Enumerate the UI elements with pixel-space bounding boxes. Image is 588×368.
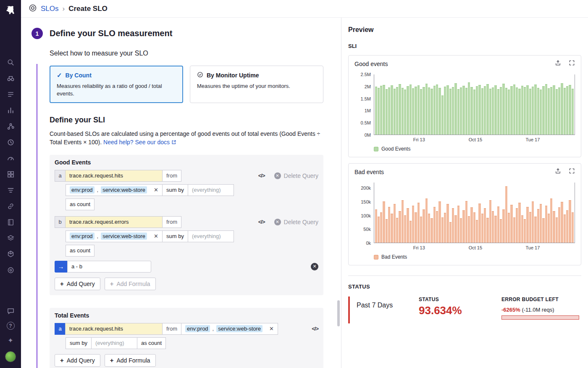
chart-bar	[521, 86, 523, 135]
chart-bar	[391, 85, 393, 135]
chart-bar	[524, 219, 526, 243]
filter-tag-env[interactable]: env:prod	[185, 325, 210, 332]
delete-circle-x-icon: ✕	[274, 219, 281, 225]
breadcrumb-chevron-icon: ›	[63, 5, 65, 13]
by-monitor-uptime-card[interactable]: By Monitor Uptime Measures the uptime of…	[190, 66, 323, 103]
pipelines-icon[interactable]	[7, 186, 15, 194]
chat-icon[interactable]	[7, 307, 15, 315]
chart-bar	[508, 213, 510, 243]
watchdog-icon[interactable]	[7, 74, 15, 82]
export-icon[interactable]	[555, 60, 561, 68]
fullscreen-icon[interactable]	[569, 60, 575, 68]
as-count-box[interactable]: as count	[137, 337, 166, 349]
chart-bar	[438, 201, 441, 243]
metric-input[interactable]: trace.rack.request.errors	[65, 216, 163, 228]
group-by-input[interactable]: (everything)	[188, 184, 234, 196]
error-budget-label: ERROR BUDGET LEFT	[501, 297, 579, 302]
add-query-button[interactable]: + Add Query	[55, 278, 100, 290]
chart-bar	[526, 207, 528, 243]
filter-box[interactable]: env:prod , service:web-store ✕	[66, 230, 163, 242]
formula-arrow-icon[interactable]: →	[55, 261, 67, 273]
sparkle-icon[interactable]: ✦	[8, 336, 13, 344]
filter-tag-service[interactable]: service:web-store	[216, 325, 262, 332]
from-label: from	[162, 216, 181, 228]
chart-bar	[566, 86, 568, 135]
filter-tag-env[interactable]: env:prod	[70, 186, 94, 193]
chart-bar	[468, 82, 470, 135]
logs-icon[interactable]	[7, 90, 15, 98]
status-summary-row: Past 7 Days STATUS 93.634% ERROR BUDGET …	[348, 297, 581, 323]
metric-input[interactable]: trace.rack.request.hits	[65, 170, 163, 182]
security-cube-icon[interactable]	[7, 250, 15, 258]
delete-query-button[interactable]: ✕ Delete Query	[274, 219, 318, 225]
help-icon[interactable]: ?	[7, 322, 15, 330]
legend-label: Bad Events	[381, 254, 407, 260]
scrollbar-thumb[interactable]	[337, 300, 340, 326]
datadog-logo-icon[interactable]	[5, 5, 16, 18]
filter-comma: ,	[97, 187, 99, 193]
as-count-box[interactable]: as count	[66, 245, 94, 257]
add-formula-button[interactable]: + Add Formula	[105, 354, 156, 367]
filter-box[interactable]: env:prod , service:web-store ✕	[181, 323, 278, 335]
containers-icon[interactable]	[7, 234, 15, 242]
chart-bar	[561, 83, 563, 135]
rum-gauge-icon[interactable]	[7, 154, 15, 162]
by-count-card[interactable]: ✓ By Count Measures reliability as a rat…	[50, 66, 183, 103]
sli-description-text: Count-based SLOs are calculated using a …	[50, 130, 320, 146]
chart-bar	[396, 218, 398, 243]
chart-bar	[436, 211, 438, 243]
chart-bar	[423, 209, 425, 243]
add-formula-label: Add Formula	[116, 357, 150, 364]
delete-query-button[interactable]: ✕ Delete Query	[274, 172, 318, 179]
chart-bar	[548, 214, 550, 243]
ci-target-icon[interactable]	[7, 266, 15, 274]
notebooks-icon[interactable]	[7, 218, 15, 226]
clear-filters-icon[interactable]: ✕	[154, 233, 158, 239]
metrics-icon[interactable]	[7, 106, 15, 114]
export-icon[interactable]	[555, 168, 561, 176]
filter-tag-service[interactable]: service:web-store	[101, 186, 147, 193]
clear-filters-icon[interactable]: ✕	[269, 326, 274, 332]
chart-bar	[508, 90, 510, 135]
user-avatar[interactable]	[5, 351, 16, 362]
chart-bar	[417, 85, 420, 135]
metric-input[interactable]: trace.rack.request.hits	[65, 323, 163, 335]
group-by-input[interactable]: (everything)	[188, 230, 234, 242]
code-editor-icon[interactable]: </>	[258, 172, 265, 179]
external-link-icon[interactable]	[171, 139, 176, 146]
good-query-b-filters: env:prod , service:web-store ✕ sum by (e…	[66, 230, 318, 242]
filter-box[interactable]: env:prod , service:web-store ✕	[66, 184, 163, 196]
main-area: SLOs › Create SLO 1 Define your SLO meas…	[21, 0, 588, 368]
chart-bar	[572, 89, 574, 135]
docs-link[interactable]: Need help? See our docs	[103, 139, 170, 146]
breadcrumb-slos-link[interactable]: SLOs	[41, 5, 59, 13]
as-count-box[interactable]: as count	[66, 199, 94, 210]
query-letter-a[interactable]: a	[55, 170, 66, 182]
filter-tag-service[interactable]: service:web-store	[101, 233, 147, 240]
formula-input[interactable]: a - b	[67, 261, 151, 273]
query-letter-a-active[interactable]: a	[55, 323, 66, 335]
search-icon[interactable]	[7, 58, 15, 66]
step-1-header: 1 Define your SLO measurement	[21, 28, 341, 39]
integrations-icon[interactable]	[7, 170, 15, 178]
group-by-input[interactable]: (everything)	[91, 337, 137, 349]
code-editor-icon[interactable]: </>	[258, 219, 265, 225]
chart-bar	[386, 219, 388, 243]
delete-formula-icon[interactable]: ✕	[311, 263, 318, 270]
service-link-icon[interactable]	[7, 202, 15, 210]
chart-bar	[476, 220, 478, 243]
y-axis: 2.5M2M1.5M1M0.5M0M	[354, 74, 374, 135]
check-icon: ✓	[57, 71, 62, 79]
add-query-button[interactable]: + Add Query	[55, 354, 100, 367]
add-formula-button[interactable]: + Add Formula	[105, 278, 156, 290]
chart-bar	[388, 87, 390, 135]
code-editor-icon[interactable]: </>	[312, 326, 318, 332]
chart-bar	[457, 89, 459, 135]
clear-filters-icon[interactable]: ✕	[154, 187, 158, 193]
chart-bar	[462, 86, 465, 135]
filter-tag-env[interactable]: env:prod	[70, 233, 94, 240]
fullscreen-icon[interactable]	[569, 168, 575, 176]
query-letter-b[interactable]: b	[55, 216, 66, 228]
synthetics-icon[interactable]	[7, 138, 15, 146]
apm-graph-icon[interactable]	[7, 122, 15, 130]
